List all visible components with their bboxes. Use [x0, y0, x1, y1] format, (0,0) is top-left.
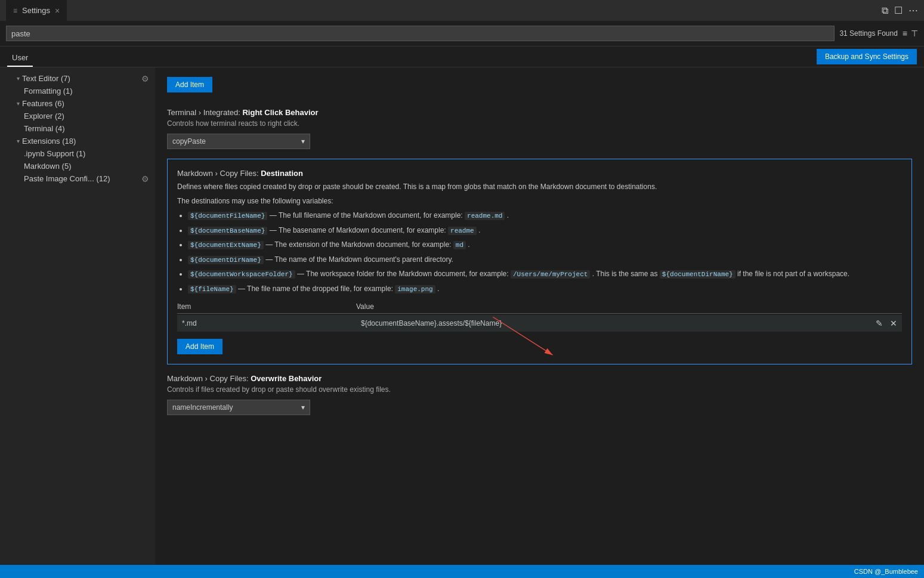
var-code-6b: image.png — [395, 285, 435, 293]
sidebar-item-terminal[interactable]: Terminal (4) — [0, 122, 155, 135]
backup-sync-button[interactable]: Backup and Sync Settings — [817, 49, 917, 64]
sidebar-item-paste-image[interactable]: Paste Image Confi... (12) ⚙ — [0, 172, 155, 185]
sidebar-item-explorer[interactable]: Explorer (2) — [0, 110, 155, 122]
var-text-3: — The extension of the Markdown document… — [265, 240, 453, 249]
var-text-2b: . — [478, 226, 480, 234]
list-item: ${documentExtName} — The extension of th… — [188, 239, 902, 251]
markdown-dest-desc2: The destinations may use the following v… — [177, 196, 902, 206]
title-bar-tabs: ≡ Settings × — [6, 0, 67, 21]
list-item: ${documentFileName} — The full filename … — [188, 210, 902, 221]
formatting-label: Formatting (1) — [24, 86, 73, 95]
col-header-value: Value — [356, 302, 902, 311]
top-add-item-section: Add Item — [167, 67, 912, 98]
var-text-5: — The workspace folder for the Markdown … — [297, 270, 511, 278]
list-item: ${documentBaseName} — The basename of Ma… — [188, 225, 902, 236]
var-text-1b: . — [507, 211, 509, 220]
overwrite-setting-desc: Controls if files created by drop or pas… — [167, 385, 912, 394]
markdown-dest-prefix: Markdown › Copy Files: — [177, 169, 261, 178]
user-tab[interactable]: User — [7, 51, 33, 67]
sidebar-item-features[interactable]: ▾ Features (6) — [0, 97, 155, 110]
markdown-dest-bold: Destination — [261, 169, 303, 178]
search-result-count: 31 Settings Found — [839, 29, 897, 38]
title-bar-actions: ⧉ ☐ ⋯ — [882, 5, 918, 16]
text-editor-chevron: ▾ — [17, 75, 20, 82]
overwrite-setting-block: Markdown › Copy Files: Overwrite Behavio… — [167, 374, 912, 415]
more-actions-icon[interactable]: ⋯ — [908, 5, 918, 16]
terminal-dropdown-value: copyPaste — [172, 137, 206, 146]
sidebar-item-extensions[interactable]: ▾ Extensions (18) — [0, 135, 155, 147]
overwrite-dropdown[interactable]: nameIncrementally ▾ — [167, 400, 310, 415]
main-layout: ▾ Text Editor (7) ⚙ Formatting (1) ▾ Fea… — [0, 67, 924, 565]
list-item: ${documentDirName} — The name of the Mar… — [188, 254, 902, 265]
markdown-destination-block: Markdown › Copy Files: Destination Defin… — [167, 159, 912, 364]
extensions-label: Extensions (18) — [22, 137, 76, 146]
var-text-5c: if the file is not part of a workspace. — [737, 270, 849, 278]
settings-tab-icon: ≡ — [13, 7, 17, 15]
bottom-bar: CSDN @_Bumblebee — [0, 565, 924, 578]
sidebar: ▾ Text Editor (7) ⚙ Formatting (1) ▾ Fea… — [0, 67, 155, 565]
terminal-dropdown[interactable]: copyPaste ▾ — [167, 134, 310, 149]
settings-tab-close[interactable]: × — [55, 6, 60, 16]
terminal-setting-block: Terminal › Integrated: Right Click Behav… — [167, 108, 912, 149]
var-text-6b: . — [437, 285, 439, 293]
terminal-title-prefix: Terminal › Integrated: — [167, 108, 242, 117]
var-code-6: ${fileName} — [188, 285, 236, 293]
list-icon[interactable]: ≡ — [903, 29, 907, 38]
gear-icon[interactable]: ⚙ — [141, 74, 149, 84]
split-editor-icon[interactable]: ⧉ — [882, 5, 888, 16]
table-row: *.md ${documentBaseName}.assests/${fileN… — [177, 315, 902, 332]
list-item: ${fileName} — The file name of the dropp… — [188, 283, 902, 295]
var-code-5b: /Users/me/myProject — [511, 270, 590, 279]
edit-row-button[interactable]: ✎ — [873, 317, 885, 329]
delete-row-button[interactable]: ✕ — [888, 317, 900, 329]
text-editor-label: Text Editor (7) — [22, 74, 70, 83]
sidebar-item-text-editor[interactable]: ▾ Text Editor (7) ⚙ — [0, 72, 155, 85]
markdown-dest-desc-long: Defines where files copied created by dr… — [177, 181, 902, 192]
terminal-title-bold: Right Click Behavior — [242, 108, 318, 117]
table-cell-value: ${documentBaseName}.assests/${fileName} — [356, 319, 873, 327]
paste-image-label: Paste Image Confi... (12) — [24, 174, 110, 183]
user-tabs: User Backup and Sync Settings — [0, 47, 924, 67]
var-text-2: — The basename of Markdown document, for… — [270, 226, 448, 234]
sidebar-item-markdown[interactable]: Markdown (5) — [0, 160, 155, 172]
terminal-dropdown-chevron: ▾ — [301, 137, 305, 146]
markdown-dest-title: Markdown › Copy Files: Destination — [177, 169, 902, 178]
var-code-5: ${documentWorkspaceFolder} — [188, 270, 295, 279]
paste-image-gear-icon[interactable]: ⚙ — [141, 174, 149, 184]
var-text-6: — The file name of the dropped file, for… — [238, 285, 395, 293]
overwrite-title-prefix: Markdown › Copy Files: — [167, 374, 251, 383]
features-chevron: ▾ — [17, 100, 20, 107]
settings-tab[interactable]: ≡ Settings × — [6, 0, 67, 21]
title-bar: ≡ Settings × ⧉ ☐ ⋯ — [0, 0, 924, 21]
search-input[interactable] — [6, 26, 835, 41]
var-code-1: ${documentFileName} — [188, 212, 267, 220]
var-code-3b: md — [453, 241, 466, 249]
var-code-3: ${documentExtName} — [188, 241, 264, 249]
extensions-chevron: ▾ — [17, 138, 20, 144]
terminal-label: Terminal (4) — [24, 124, 65, 133]
settings-tab-label: Settings — [22, 6, 50, 15]
add-item-bottom-button[interactable]: Add Item — [177, 339, 222, 354]
markdown-variables-list: ${documentFileName} — The full filename … — [177, 210, 902, 294]
var-code-4: ${documentDirName} — [188, 256, 264, 264]
overwrite-dropdown-chevron: ▾ — [301, 403, 305, 412]
var-code-1b: readme.md — [465, 212, 505, 220]
markdown-label: Markdown (5) — [24, 162, 71, 171]
bottom-add-item-section: Add Item — [177, 339, 902, 354]
toggle-layout-icon[interactable]: ☐ — [894, 5, 903, 16]
explorer-label: Explorer (2) — [24, 112, 64, 120]
list-item: ${documentWorkspaceFolder} — The workspa… — [188, 268, 902, 280]
sidebar-item-formatting[interactable]: Formatting (1) — [0, 85, 155, 97]
overwrite-setting-title: Markdown › Copy Files: Overwrite Behavio… — [167, 374, 912, 383]
table-cell-item: *.md — [177, 319, 356, 327]
content-area: Add Item Terminal › Integrated: Right Cl… — [155, 67, 924, 565]
add-item-top-button[interactable]: Add Item — [167, 77, 212, 92]
var-text-4: — The name of the Markdown document's pa… — [265, 255, 453, 264]
var-code-2: ${documentBaseName} — [188, 227, 267, 235]
terminal-setting-title: Terminal › Integrated: Right Click Behav… — [167, 108, 912, 117]
search-bar: 31 Settings Found ≡ ⊤ — [0, 21, 924, 47]
table-row-actions: ✎ ✕ — [873, 317, 902, 329]
table-header: Item Value — [177, 300, 902, 314]
filter-icon[interactable]: ⊤ — [911, 29, 918, 38]
sidebar-item-ipynb[interactable]: .ipynb Support (1) — [0, 147, 155, 160]
